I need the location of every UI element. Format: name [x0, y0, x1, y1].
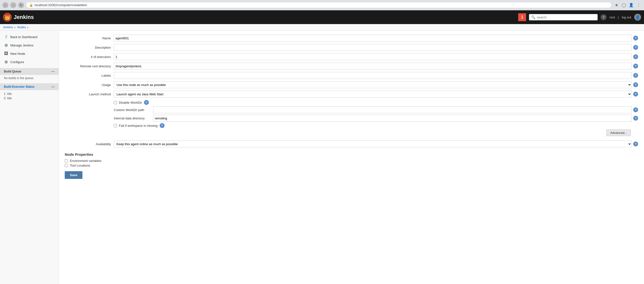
back-button[interactable]: ← [2, 2, 8, 8]
name-input[interactable] [114, 35, 632, 42]
internal-data-input[interactable] [153, 115, 632, 122]
labels-input[interactable] [114, 72, 632, 79]
manage-label: Manage Jenkins [10, 44, 34, 47]
custom-workdir-input[interactable] [153, 106, 632, 113]
new-node-icon: 🖼 [4, 51, 8, 56]
notification-badge[interactable]: 1 [518, 13, 526, 21]
build-queue-content: No builds in the queue. [0, 75, 58, 81]
manage-icon: ⚙ [4, 43, 8, 47]
usage-help-btn[interactable]: ? [633, 82, 638, 87]
build-queue-empty: No builds in the queue. [4, 76, 34, 80]
fail-workspace-row: Fail if workspace is missing ? [114, 123, 638, 128]
sidebar-item-manage-jenkins[interactable]: ⚙ Manage Jenkins [0, 41, 58, 49]
availability-row: Availability Keep this agent online as m… [65, 140, 638, 149]
menu-button[interactable]: ⋮ [636, 2, 642, 8]
remote-root-help-btn[interactable]: ? [633, 64, 638, 69]
name-row: Name ? [65, 35, 638, 43]
jenkins-header: 👑 Jenkins 1 🔍 ? root | log out 👤 [0, 10, 644, 24]
executor-status-1: Idle [7, 92, 12, 96]
fail-workspace-checkbox[interactable] [114, 124, 117, 127]
name-help-btn[interactable]: ? [633, 36, 638, 41]
remote-root-input[interactable] [114, 63, 632, 70]
executors-help-btn[interactable]: ? [633, 54, 638, 59]
help-icon[interactable]: ? [600, 14, 606, 20]
launch-method-help-btn[interactable]: ? [633, 92, 638, 97]
disable-workdir-help-btn[interactable]: ? [144, 100, 149, 105]
internal-data-label: Internal data directory [114, 116, 153, 120]
extension-button[interactable]: ◯ [621, 2, 627, 8]
browser-chrome: ← → ↻ 🔒 ★ ◯ 👤 ⋮ [0, 0, 644, 10]
env-vars-checkbox[interactable] [65, 159, 68, 162]
usage-select[interactable]: Use this node as much as possibleOnly bu… [114, 81, 632, 88]
lock-icon: 🔒 [29, 3, 33, 7]
custom-workdir-label: Custom WorkDir path [114, 108, 153, 112]
save-button[interactable]: Save [65, 171, 82, 179]
executor-status-2: Idle [7, 97, 12, 100]
configure-icon: ⚙ [4, 60, 8, 64]
logout-label[interactable]: log out [622, 16, 631, 19]
internal-data-row: Internal data directory ? [65, 115, 638, 122]
remote-root-label: Remote root directory [65, 63, 114, 70]
forward-button[interactable]: → [10, 2, 16, 8]
url-input[interactable] [34, 3, 608, 7]
availability-help-btn[interactable]: ? [633, 141, 638, 147]
usage-row: Usage Use this node as much as possibleO… [65, 81, 638, 89]
sidebar-item-configure[interactable]: ⚙ Configure [0, 58, 58, 66]
star-button[interactable]: ★ [614, 2, 620, 8]
build-executor-header: Build Executor Status — [0, 83, 58, 90]
breadcrumb-nodes[interactable]: Nodes [18, 26, 26, 29]
env-vars-item: Environment variables [65, 159, 638, 163]
labels-control-wrap: ? [114, 72, 638, 79]
jenkins-logo: 👑 Jenkins [3, 13, 34, 22]
jenkins-title: Jenkins [14, 14, 34, 20]
disable-workdir-label: Disable WorkDir [119, 101, 142, 104]
sidebar: ⇧ Back to Dashboard ⚙ Manage Jenkins 🖼 N… [0, 31, 59, 284]
availability-select[interactable]: Keep this agent online as much as possib… [114, 140, 632, 148]
new-node-label: New Node [10, 52, 25, 56]
launch-method-control-wrap: Launch agent via Java Web StartLaunch ag… [114, 91, 638, 97]
user-label[interactable]: root [610, 16, 615, 19]
labels-row: Labels ? [65, 72, 638, 80]
back-dashboard-label: Back to Dashboard [10, 35, 38, 39]
name-label: Name [65, 35, 114, 42]
breadcrumb-jenkins[interactable]: Jenkins [3, 26, 13, 29]
jenkins-icon: 👑 [3, 13, 12, 22]
description-input[interactable] [114, 44, 632, 51]
search-input[interactable] [537, 16, 596, 19]
address-bar: 🔒 [26, 2, 612, 8]
executor-num-1: 1 [4, 92, 6, 96]
launch-method-select[interactable]: Launch agent via Java Web StartLaunch ag… [114, 91, 632, 97]
remote-root-control-wrap: ? [114, 63, 638, 70]
sidebar-item-back-to-dashboard[interactable]: ⇧ Back to Dashboard [0, 33, 58, 41]
description-help-btn[interactable]: ? [633, 45, 638, 50]
tool-locations-item: Tool Locations [65, 164, 638, 167]
tool-locations-checkbox[interactable] [65, 164, 68, 167]
refresh-button[interactable]: ↻ [18, 2, 24, 8]
executor-item-2: 2 Idle [4, 96, 55, 100]
availability-label: Availability [65, 140, 114, 148]
node-properties-section: Node Properties Environment variables To… [65, 152, 638, 167]
launch-method-label: Launch method [65, 91, 114, 98]
executor-item-1: 1 Idle [4, 92, 55, 96]
internal-data-help-btn[interactable]: ? [633, 116, 638, 121]
labels-help-btn[interactable]: ? [633, 73, 638, 78]
executors-input[interactable] [114, 53, 632, 60]
build-executor-minimize[interactable]: — [51, 85, 55, 89]
env-vars-label: Environment variables [70, 159, 102, 163]
disable-workdir-checkbox[interactable] [114, 101, 117, 104]
tool-locations-label: Tool Locations [70, 164, 90, 167]
custom-workdir-help-btn[interactable]: ? [633, 107, 638, 112]
browser-actions: ★ ◯ 👤 ⋮ [614, 2, 642, 8]
disable-workdir-row: Disable WorkDir ? [114, 100, 638, 105]
build-queue-minimize[interactable]: — [51, 70, 55, 73]
sidebar-item-new-node[interactable]: 🖼 New Node [0, 49, 58, 58]
build-executor-content: 1 Idle 2 Idle [0, 90, 58, 102]
fail-workspace-help-btn[interactable]: ? [160, 123, 164, 128]
user-avatar[interactable]: 👤 [634, 14, 641, 21]
executor-num-2: 2 [4, 97, 6, 100]
profile-button[interactable]: 👤 [628, 2, 634, 8]
main-layout: ⇧ Back to Dashboard ⚙ Manage Jenkins 🖼 N… [0, 31, 644, 284]
advanced-button[interactable]: Advanced... [606, 129, 631, 136]
build-executor-title[interactable]: Build Executor Status [4, 85, 34, 88]
breadcrumb: Jenkins ► Nodes ► [0, 24, 644, 31]
